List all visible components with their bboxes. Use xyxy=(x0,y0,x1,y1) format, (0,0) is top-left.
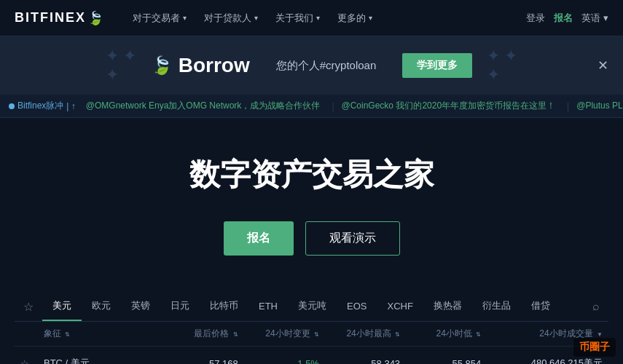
tab-jpy[interactable]: 日元 xyxy=(160,292,200,321)
favorites-tab-icon[interactable]: ☆ xyxy=(15,294,42,320)
logo[interactable]: BITFINEX 🍃 xyxy=(15,10,103,26)
nav-item-lenders[interactable]: 对于贷款人 ▾ xyxy=(197,7,265,29)
tab-usd[interactable]: 美元 xyxy=(42,292,82,321)
sort-icon: ⇅ xyxy=(476,331,481,338)
header-symbol[interactable]: 象征 ⇅ xyxy=(44,328,141,340)
sort-icon: ⇅ xyxy=(314,331,319,338)
hero-signup-button[interactable]: 报名 xyxy=(224,221,294,256)
tab-derivatives[interactable]: 换热器 xyxy=(423,292,472,321)
row-low-btc: 55,854 xyxy=(400,358,481,365)
tab-eth[interactable]: ETH xyxy=(248,293,288,320)
banner-close-button[interactable]: ✕ xyxy=(597,58,608,74)
ticker-live: Bitfinex脉冲 | ↑ xyxy=(9,100,76,112)
ticker-item-3: @Plutus PLIP | Pluton流动 xyxy=(576,100,623,112)
hero-demo-button[interactable]: 观看演示 xyxy=(305,221,400,256)
tab-gbp[interactable]: 英镑 xyxy=(121,292,160,321)
logo-leaf-icon: 🍃 xyxy=(87,10,103,26)
row-high-btc: 58,343 xyxy=(319,358,400,365)
row-change-btc: 1.5% xyxy=(238,358,319,365)
hero-title: 数字资产交易之家 xyxy=(15,154,608,195)
live-dot-icon xyxy=(9,103,15,109)
ticker-item-2: @CoinGecko 我们的2020年年度加密货币报告在这里！ xyxy=(342,100,556,112)
row-volume-btc: 480,646,215美元 xyxy=(481,357,603,364)
header-high[interactable]: 24小时最高 ⇅ xyxy=(319,328,400,340)
hero-section: 数字资产交易之家 报名 观看演示 xyxy=(0,118,623,285)
chevron-down-icon: ▾ xyxy=(603,12,608,23)
market-section: ☆ 美元 欧元 英镑 日元 比特币 ETH 美元吨 EOS XCHF 换热器 衍… xyxy=(0,292,623,364)
ticker-separator-1: | xyxy=(332,101,334,111)
banner-brand: 🍃 Borrow xyxy=(151,54,250,77)
header-change[interactable]: 24小时变更 ⇅ xyxy=(238,328,319,340)
language-selector[interactable]: 英语 ▾ xyxy=(581,12,608,25)
tab-products[interactable]: 衍生品 xyxy=(472,292,521,321)
tab-lending[interactable]: 借贷 xyxy=(521,292,560,321)
row-symbol-btc[interactable]: BTC / 美元 xyxy=(44,357,141,364)
nav-item-traders[interactable]: 对于交易者 ▾ xyxy=(125,7,194,29)
navbar: BITFINEX 🍃 对于交易者 ▾ 对于贷款人 ▾ 关于我们 ▾ 更多的 ▾ … xyxy=(0,0,623,36)
nav-item-about[interactable]: 关于我们 ▾ xyxy=(268,7,327,29)
hero-buttons: 报名 观看演示 xyxy=(15,221,608,256)
market-table: ☆ BTC / 美元 57,168 1.5% 58,343 55,854 480… xyxy=(15,349,608,364)
sort-icon: ⇅ xyxy=(395,331,400,338)
search-icon[interactable]: ⌕ xyxy=(584,294,608,319)
sort-icon: ⇅ xyxy=(233,331,238,338)
ticker-separator-2: | xyxy=(567,101,569,111)
signup-button[interactable]: 报名 xyxy=(554,12,573,25)
banner-tagline: 您的个人#cryptoloan xyxy=(276,59,377,73)
nav-items: 对于交易者 ▾ 对于贷款人 ▾ 关于我们 ▾ 更多的 ▾ xyxy=(125,7,526,29)
tab-xchf[interactable]: XCHF xyxy=(377,293,423,320)
watermark: 币圈子 xyxy=(573,338,616,357)
header-price[interactable]: 最后价格 ⇅ xyxy=(141,328,238,340)
logo-text: BITFINEX xyxy=(15,10,86,25)
banner-deco-left: ✦ ✦✦ xyxy=(106,47,136,84)
row-star-btc[interactable]: ☆ xyxy=(20,358,44,365)
chevron-down-icon: ▾ xyxy=(254,14,258,22)
sort-icon-active: ▼ xyxy=(597,331,603,338)
header-low[interactable]: 24小时低 ⇅ xyxy=(400,328,481,340)
login-button[interactable]: 登录 xyxy=(526,12,545,25)
chevron-down-icon: ▾ xyxy=(183,14,187,22)
chevron-down-icon: ▾ xyxy=(316,14,320,22)
tab-eos[interactable]: EOS xyxy=(337,293,377,320)
table-row: ☆ BTC / 美元 57,168 1.5% 58,343 55,854 480… xyxy=(15,349,608,364)
tab-eur[interactable]: 欧元 xyxy=(82,292,121,321)
chevron-down-icon: ▾ xyxy=(369,14,372,22)
tab-btc[interactable]: 比特币 xyxy=(200,292,248,321)
table-header: 象征 ⇅ 最后价格 ⇅ 24小时变更 ⇅ 24小时最高 ⇅ 24小时低 ⇅ 24… xyxy=(15,322,608,347)
ticker-strip: Bitfinex脉冲 | ↑ @OMGnetwork Enya加入OMG Net… xyxy=(0,95,623,118)
banner-cta-button[interactable]: 学到更多 xyxy=(402,53,472,78)
nav-item-more[interactable]: 更多的 ▾ xyxy=(330,7,380,29)
sort-icon: ⇅ xyxy=(65,331,70,338)
banner: ✦ ✦✦ 🍃 Borrow 您的个人#cryptoloan 学到更多 ✦ ✦✦ … xyxy=(0,36,623,95)
nav-right: 登录 报名 英语 ▾ xyxy=(526,12,608,25)
banner-leaf-icon: 🍃 xyxy=(151,55,173,76)
ticker-item-1: @OMGnetwork Enya加入OMG Network，成为战略合作伙伴 xyxy=(86,100,321,112)
row-price-btc: 57,168 xyxy=(141,358,238,365)
market-tabs: ☆ 美元 欧元 英镑 日元 比特币 ETH 美元吨 EOS XCHF 换热器 衍… xyxy=(15,292,608,322)
banner-deco-right: ✦ ✦✦ xyxy=(487,47,517,84)
tab-usdt[interactable]: 美元吨 xyxy=(288,292,337,321)
